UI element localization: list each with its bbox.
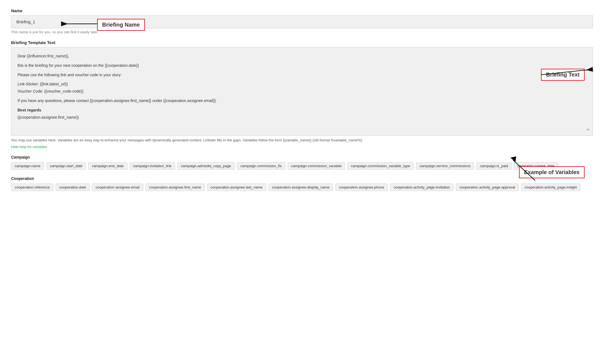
cooperation-tag[interactable]: cooperation.assignee.display_name: [268, 184, 333, 191]
cooperation-tag[interactable]: cooperation.activity_page.insight: [521, 184, 581, 191]
cooperation-tag[interactable]: cooperation.assignee.email: [92, 184, 143, 191]
campaign-tag[interactable]: campaign.commission_variable: [288, 162, 345, 170]
cooperation-tag[interactable]: cooperation.assignee.last_name: [207, 184, 266, 191]
campaign-label: Campaign: [11, 155, 593, 159]
hide-help-link[interactable]: Hide help for variables: [11, 145, 47, 149]
campaign-tag[interactable]: campaign.end_date: [88, 162, 127, 170]
cooperation-tag[interactable]: cooperation.assignee.first_name: [145, 184, 205, 191]
cooperation-tags-row: cooperation.referencecooperation.datecoo…: [11, 184, 593, 191]
briefing-line-4: Link-Sticker: {{link.latest_url}}: [17, 81, 587, 88]
name-value: Briefing_1: [16, 19, 35, 24]
cooperation-section: Cooperation cooperation.referencecoopera…: [11, 176, 593, 191]
cooperation-tag[interactable]: cooperation.date: [56, 184, 90, 191]
briefing-line-3: Please use the following link and vouche…: [17, 72, 587, 78]
campaign-tag[interactable]: campaign.invitation_link: [130, 162, 175, 170]
cooperation-tag[interactable]: cooperation.reference: [11, 184, 53, 191]
campaign-tag[interactable]: campaign.current_date: [514, 162, 558, 170]
campaign-tag[interactable]: campaign.admedia_copy_page: [177, 162, 235, 170]
campaign-section: Campaign campaign.namecampaign.start_dat…: [11, 155, 593, 170]
campaign-tag[interactable]: campaign.service_commissions: [416, 162, 474, 170]
cooperation-tag[interactable]: cooperation.activity_page.approval: [456, 184, 519, 191]
campaign-tag[interactable]: campaign.start_date: [46, 162, 86, 170]
name-section-label: Name: [11, 8, 593, 13]
briefing-line-8: {{cooperation.assignee.first_name}}: [17, 114, 587, 121]
variables-help-text: You may use variables here. Variables ar…: [11, 138, 363, 142]
briefing-line-6: If you have any questions, please contac…: [17, 98, 587, 104]
name-hint: This name is just for you, so you can fi…: [11, 30, 593, 34]
campaign-tags-row: campaign.namecampaign.start_datecampaign…: [11, 162, 593, 170]
campaign-tag[interactable]: campaign.name: [11, 162, 44, 170]
briefing-text-area[interactable]: Dear {{influencer.first_name}}, this is …: [11, 47, 593, 136]
name-input[interactable]: Briefing_1: [11, 15, 593, 28]
cooperation-tag[interactable]: cooperation.activity_page.invitation: [390, 184, 453, 191]
campaign-tag[interactable]: campaign.commission_fix: [237, 162, 285, 170]
cooperation-label: Cooperation: [11, 176, 593, 181]
briefing-line-5: Voucher Code: {{voucher_code.code}}: [17, 88, 587, 95]
briefing-line-2: this is the briefing for your next coope…: [17, 62, 587, 69]
briefing-line-7: Best regards: [17, 107, 587, 114]
briefing-line-1: Dear {{influencer.first_name}},: [17, 53, 587, 60]
cooperation-tag[interactable]: cooperation.assignee.phone: [335, 184, 388, 191]
template-label: Briefing Template Text: [11, 40, 593, 45]
campaign-tag[interactable]: campaign.is_paid: [476, 162, 512, 170]
campaign-tag[interactable]: campaign.commission_variable_type: [347, 162, 414, 170]
edit-icon[interactable]: ✏: [586, 126, 590, 133]
